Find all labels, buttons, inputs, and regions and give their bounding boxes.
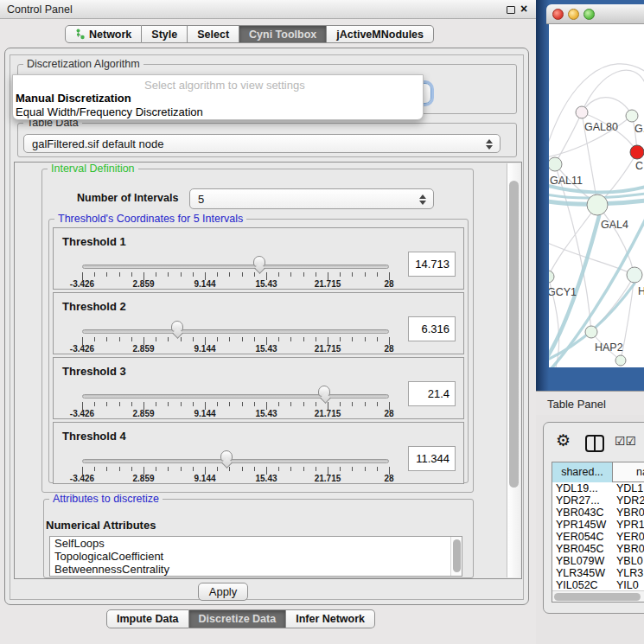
numerical-attributes-list[interactable]: SelfLoopsTopologicalCoefficientBetweenne… [49,536,462,577]
threshold-slider-thumb[interactable] [253,256,265,267]
top-tab-bar: NetworkStyleSelectCyni ToolboxjActiveMNo… [65,25,434,43]
checkbox-columns-icon[interactable]: ☑☑ [615,434,636,448]
table-cell: YDR27... [556,494,613,507]
attribute-item-topologicalcoefficient[interactable]: TopologicalCoefficient [50,550,462,563]
settings-vertical-scrollbar[interactable] [507,163,520,577]
threshold-slider-thumb[interactable] [220,450,233,462]
table-cell: YDL1 [616,482,644,494]
threshold-value-field[interactable]: 11.344 [408,446,456,471]
slider-tick-label: 15.43 [244,279,289,289]
tab-label: jActiveMNodules [336,29,424,41]
split-table-icon[interactable] [585,435,604,452]
tab-cyni-toolbox[interactable]: Cyni Toolbox [239,25,327,43]
threshold-value-field[interactable]: 6.316 [408,316,456,341]
table-row[interactable]: YPR145WYPR1 [552,519,644,531]
table-data-group: Table Data galFiltered.sif default node [17,123,517,157]
network-node-hap2[interactable] [585,326,597,338]
window-close-button-icon[interactable] [552,9,564,20]
node-label: HAP2 [595,341,623,354]
column-header-1[interactable]: shared... [552,462,613,482]
slider-tick-label: 28 [367,409,411,418]
attributes-group: Attributes to discretize Numerical Attri… [43,499,474,578]
node-attribute-table[interactable]: shared...na YDL19...YDL1YDR27...YDR2YBR0… [552,462,644,603]
table-cell: YPR1 [616,519,644,531]
slider-tick-label: 15.43 [244,409,289,418]
table-data-combobox-value: galFiltered.sif default node [32,137,163,150]
interval-definition-group: Interval Definition Number of Intervals … [41,169,474,493]
network-window-titlebar[interactable] [546,4,644,24]
network-canvas[interactable]: GAL80G.CGAL11GAL4GCY1HHAP2 [549,24,644,367]
gear-icon[interactable]: ⚙ [556,430,571,450]
threshold-label: Threshold 4 [62,430,126,443]
slider-tick-label: 21.715 [305,344,350,354]
threshold-slider-track[interactable] [82,394,389,399]
table-row[interactable]: YDL19...YDL1 [552,482,644,494]
slider-tick-label: 21.715 [305,409,350,418]
float-window-icon[interactable] [507,6,515,14]
slider-tick-label: 28 [367,344,411,354]
table-hscroll-thumb[interactable] [554,593,641,601]
attribute-item-selfloops[interactable]: SelfLoops [50,537,462,550]
table-cell: YLR3 [616,567,644,579]
table-row[interactable]: YER054CYER0 [552,531,644,543]
network-node-labels: GAL80G.CGAL11GAL4GCY1HHAP2 [549,121,644,354]
network-node[interactable] [615,355,626,366]
settings-scrollbar-thumb[interactable] [509,181,519,488]
threshold-slider-track[interactable] [82,459,389,463]
table-row[interactable]: YBL079WYBL0 [552,555,644,567]
table-row[interactable]: YDR27...YDR2 [552,494,644,507]
algorithm-option-equal-width-frequency-discretization[interactable]: Equal Width/Frequency Discretization [16,105,203,118]
table-cell: YER054C [556,531,613,543]
threshold-value-field[interactable]: 14.713 [408,252,456,277]
slider-tick-label: -3.426 [60,409,105,418]
bottom-tab-impute-data[interactable]: Impute Data [106,609,189,628]
threshold-slider-track[interactable] [82,329,389,334]
table-data-combobox[interactable]: galFiltered.sif default node [23,134,501,153]
bottom-tab-discretize-data[interactable]: Discretize Data [189,609,287,628]
control-panel: Control Panel × NetworkStyleSelectCyni T… [0,0,536,644]
threshold-slider-track[interactable] [82,265,389,269]
tab-network[interactable]: Network [65,25,142,43]
network-node-gal11[interactable] [549,157,562,171]
threshold-slider-thumb[interactable] [318,386,330,397]
table-row[interactable]: YIL052CYIL0 [552,579,644,591]
apply-button[interactable]: Apply [198,583,248,601]
tab-select[interactable]: Select [188,25,239,43]
table-cell: YER0 [616,531,644,543]
table-row[interactable]: YBR043CYBR0 [552,507,644,519]
slider-tick-label: 2.859 [121,344,166,354]
tab-jactivemnodules[interactable]: jActiveMNodules [327,25,434,43]
network-node-gal80[interactable] [576,106,588,118]
threshold-slider-thumb[interactable] [171,321,183,332]
number-of-intervals-spinner[interactable]: 5 [189,188,434,209]
table-rows: YDL19...YDL1YDR27...YDR2YBR043CYBR0YPR14… [552,482,644,591]
algorithm-option-manual-discretization[interactable]: Manual Discretization [16,92,131,105]
node-label: GCY1 [549,286,577,298]
number-of-intervals-value: 5 [198,193,204,206]
attributes-scrollbar[interactable] [450,537,462,576]
threshold-label: Threshold 1 [62,235,126,248]
threshold-label: Threshold 2 [62,300,126,313]
table-row[interactable]: YLR345WYLR3 [552,567,644,579]
network-node-gcy1[interactable] [549,271,554,283]
window-zoom-button-icon[interactable] [583,9,595,20]
panel-title: Control Panel [7,3,73,16]
table-row[interactable]: YBR045CYBR0 [552,543,644,555]
bottom-tab-infer-network[interactable]: Infer Network [286,609,375,628]
slider-tick-label: 9.144 [182,344,227,354]
close-icon[interactable]: × [520,2,527,16]
column-header-2[interactable]: na [614,462,644,482]
network-node-c[interactable] [630,145,644,159]
settings-scroll-area: Interval Definition Number of Intervals … [14,162,522,579]
slider-tick-label: 15.43 [244,474,289,483]
algorithm-combo-prompt: Select algorithm to view settings [144,79,305,92]
table-horizontal-scrollbar[interactable] [552,590,644,602]
threshold-value-field[interactable]: 21.4 [408,381,456,406]
network-node-h[interactable] [627,267,642,283]
network-node-g[interactable] [626,110,638,122]
attribute-item-betweennesscentrality[interactable]: BetweennessCentrality [50,563,462,576]
window-minimize-button-icon[interactable] [568,9,579,20]
network-node-gal4[interactable] [587,194,608,215]
cyni-toolbox-panel: Discretization Algorithm Select algorith… [4,48,529,605]
tab-style[interactable]: Style [142,25,188,43]
